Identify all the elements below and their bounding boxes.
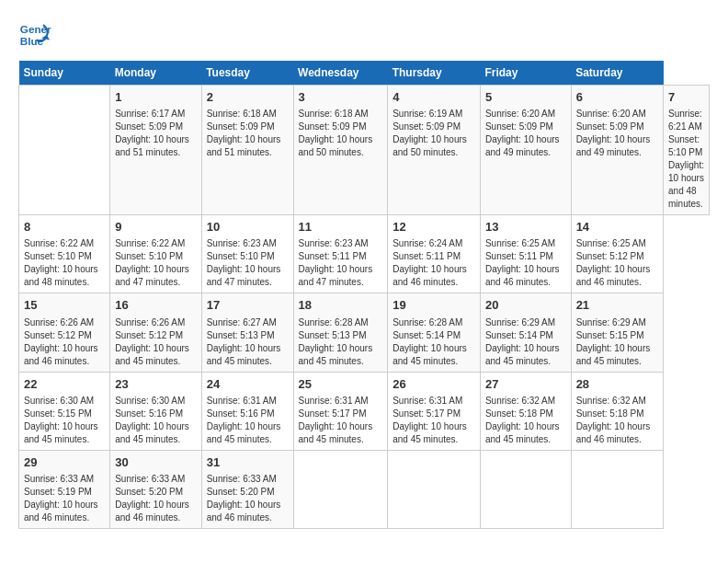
day-cell-12: 12Sunrise: 6:24 AMSunset: 5:11 PMDayligh…	[388, 215, 481, 293]
day-cell-28: 28Sunrise: 6:32 AMSunset: 5:18 PMDayligh…	[571, 372, 663, 450]
day-cell-19: 19Sunrise: 6:28 AMSunset: 5:14 PMDayligh…	[388, 293, 481, 372]
day-cell-2: 2Sunrise: 6:18 AMSunset: 5:09 PMDaylight…	[201, 86, 293, 215]
empty-cell	[571, 450, 663, 528]
day-cell-22: 22Sunrise: 6:30 AMSunset: 5:15 PMDayligh…	[19, 372, 110, 450]
day-cell-16: 16Sunrise: 6:26 AMSunset: 5:12 PMDayligh…	[110, 293, 201, 372]
day-cell-27: 27Sunrise: 6:32 AMSunset: 5:18 PMDayligh…	[480, 372, 571, 450]
day-cell-23: 23Sunrise: 6:30 AMSunset: 5:16 PMDayligh…	[110, 372, 201, 450]
day-cell-29: 29Sunrise: 6:33 AMSunset: 5:19 PMDayligh…	[19, 450, 110, 528]
col-header-friday: Friday	[480, 61, 571, 86]
day-cell-18: 18Sunrise: 6:28 AMSunset: 5:13 PMDayligh…	[293, 293, 388, 372]
col-header-tuesday: Tuesday	[201, 61, 293, 86]
day-cell-14: 14Sunrise: 6:25 AMSunset: 5:12 PMDayligh…	[571, 215, 663, 293]
day-cell-5: 5Sunrise: 6:20 AMSunset: 5:09 PMDaylight…	[480, 86, 571, 215]
col-header-saturday: Saturday	[571, 61, 663, 86]
day-cell-30: 30Sunrise: 6:33 AMSunset: 5:20 PMDayligh…	[110, 450, 201, 528]
day-cell-7: 7Sunrise: 6:21 AMSunset: 5:10 PMDaylight…	[664, 86, 710, 215]
day-cell-3: 3Sunrise: 6:18 AMSunset: 5:09 PMDaylight…	[293, 86, 388, 215]
day-cell-24: 24Sunrise: 6:31 AMSunset: 5:16 PMDayligh…	[201, 372, 293, 450]
day-cell-9: 9Sunrise: 6:22 AMSunset: 5:10 PMDaylight…	[110, 215, 201, 293]
empty-cell	[388, 450, 481, 528]
day-cell-11: 11Sunrise: 6:23 AMSunset: 5:11 PMDayligh…	[293, 215, 388, 293]
day-cell-13: 13Sunrise: 6:25 AMSunset: 5:11 PMDayligh…	[480, 215, 571, 293]
day-cell-1: 1Sunrise: 6:17 AMSunset: 5:09 PMDaylight…	[110, 86, 201, 215]
col-header-monday: Monday	[110, 61, 201, 86]
col-header-sunday: Sunday	[19, 61, 110, 86]
empty-cell	[19, 86, 110, 215]
day-cell-25: 25Sunrise: 6:31 AMSunset: 5:17 PMDayligh…	[293, 372, 388, 450]
day-cell-4: 4Sunrise: 6:19 AMSunset: 5:09 PMDaylight…	[388, 86, 481, 215]
day-cell-31: 31Sunrise: 6:33 AMSunset: 5:20 PMDayligh…	[201, 450, 293, 528]
day-cell-15: 15Sunrise: 6:26 AMSunset: 5:12 PMDayligh…	[19, 293, 110, 372]
col-header-wednesday: Wednesday	[293, 61, 388, 86]
col-header-thursday: Thursday	[388, 61, 481, 86]
empty-cell	[293, 450, 388, 528]
calendar-table: SundayMondayTuesdayWednesdayThursdayFrid…	[18, 61, 710, 529]
day-cell-21: 21Sunrise: 6:29 AMSunset: 5:15 PMDayligh…	[571, 293, 663, 372]
empty-cell	[480, 450, 571, 528]
day-cell-8: 8Sunrise: 6:22 AMSunset: 5:10 PMDaylight…	[19, 215, 110, 293]
day-cell-20: 20Sunrise: 6:29 AMSunset: 5:14 PMDayligh…	[480, 293, 571, 372]
day-cell-6: 6Sunrise: 6:20 AMSunset: 5:09 PMDaylight…	[571, 86, 663, 215]
day-cell-10: 10Sunrise: 6:23 AMSunset: 5:10 PMDayligh…	[201, 215, 293, 293]
day-cell-17: 17Sunrise: 6:27 AMSunset: 5:13 PMDayligh…	[201, 293, 293, 372]
logo: General Blue	[18, 18, 51, 52]
day-cell-26: 26Sunrise: 6:31 AMSunset: 5:17 PMDayligh…	[388, 372, 481, 450]
